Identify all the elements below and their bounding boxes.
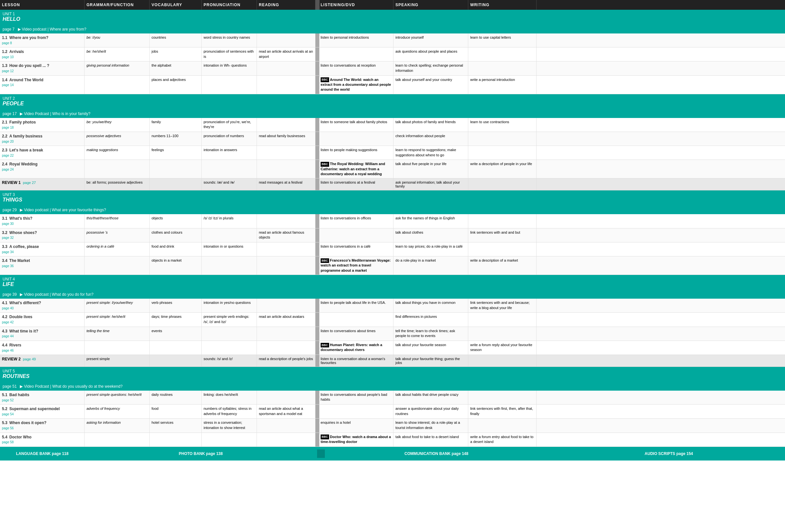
review-writing-cell xyxy=(468,355,536,367)
listening-cell: BBCFrancesco's Mediterranean Voyage: wat… xyxy=(319,257,394,275)
lesson-page: page 8 xyxy=(2,41,12,45)
lesson-page: page 32 xyxy=(2,236,14,240)
lesson-row-54: 5.4 Doctor Who page 58 BBCDoctor Who: wa… xyxy=(0,433,785,447)
lesson-page: page 12 xyxy=(2,69,14,73)
grammar-cell: present simple: I/you/we/they xyxy=(84,299,150,312)
unit-header-unit5: UNIT 5 ROUTINES page 51 ▶ Video Podcast … xyxy=(0,367,785,391)
bbc-badge: BBC xyxy=(321,343,329,348)
lesson-page: page 56 xyxy=(2,426,14,430)
review-reading-cell: read messages at a festival xyxy=(257,179,315,190)
lesson-page: page 18 xyxy=(2,126,14,129)
lesson-title: Around The World xyxy=(9,78,43,82)
vocabulary-cell: clothes and colours xyxy=(150,229,202,242)
unit-page: page 29 ▶ Video podcast | What are your … xyxy=(3,208,782,212)
pronunciation-cell xyxy=(202,257,257,275)
review-row-unit4: REVIEW 2 page 49 present simple sounds: … xyxy=(0,355,785,367)
table-body: UNIT 1 HELLO page 7 ▶ Video podcast | Wh… xyxy=(0,10,785,447)
grammar-cell: ordering in a café xyxy=(84,242,150,256)
lesson-page: page 44 xyxy=(2,335,14,338)
unit-label: UNIT 2 xyxy=(3,96,782,101)
lesson-cell: 2.1 Family photos page 18 xyxy=(0,118,84,132)
lesson-cell: 4.2 Double lives page 42 xyxy=(0,313,84,326)
writing-cell xyxy=(468,419,536,432)
reading-cell xyxy=(257,299,315,312)
lesson-title: What time is it? xyxy=(9,329,39,334)
lesson-row-42: 4.2 Double lives page 42 present simple:… xyxy=(0,313,785,327)
reading-cell xyxy=(257,327,315,341)
speaking-cell: ask questions about people and places xyxy=(394,48,468,61)
grammar-cell: possessive 's xyxy=(84,229,150,242)
speaking-cell: learn to respond to suggestions; make su… xyxy=(394,146,468,160)
header-grammar: GRAMMAR/FUNCTION xyxy=(84,0,150,10)
lesson-page: page 40 xyxy=(2,307,14,310)
speaking-cell: learn to check spelling; exchange person… xyxy=(394,61,468,75)
lesson-page: page 34 xyxy=(2,250,14,254)
lesson-page: page 46 xyxy=(2,349,14,352)
writing-cell xyxy=(468,242,536,256)
writing-cell: write a forum entry about food to take t… xyxy=(468,433,536,447)
review-vocab-cell xyxy=(150,355,202,367)
speaking-cell: answer a questionnaire about your daily … xyxy=(394,405,468,418)
lesson-cell: 2.3 Let's have a break page 22 xyxy=(0,146,84,160)
lesson-row-41: 4.1 What's different? page 40 present si… xyxy=(0,299,785,313)
pronunciation-cell: intonation in or questions xyxy=(202,242,257,256)
review-pronunciation-cell: sounds: /æ/ and /ə/ xyxy=(202,179,257,190)
bbc-badge: BBC xyxy=(321,258,329,263)
pronunciation-cell: intonation in answers xyxy=(202,146,257,160)
unit-name: THINGS xyxy=(3,197,782,203)
reading-cell xyxy=(257,257,315,275)
lesson-cell: 4.4 Rivers page 46 xyxy=(0,341,84,354)
speaking-cell: talk about photos of family and friends xyxy=(394,118,468,132)
header-writing: WRITING xyxy=(468,0,536,10)
lesson-number: 2.4 xyxy=(2,162,7,166)
reading-cell: read about family businesses xyxy=(257,132,315,145)
grammar-cell: adverbs of frequency xyxy=(84,405,150,418)
lesson-title: Arrivals xyxy=(9,49,24,54)
speaking-cell: talk about food to take to a desert isla… xyxy=(394,433,468,447)
lesson-number: 2.2 xyxy=(2,134,7,138)
unit-label: UNIT 4 xyxy=(3,277,782,282)
review-page: page 27 xyxy=(23,181,36,185)
speaking-cell: ask for the names of things in English xyxy=(394,214,468,228)
grammar-cell: be: I/you xyxy=(84,33,150,47)
review-listening-cell: listen to a conversation about a woman's… xyxy=(319,355,394,367)
lesson-title: Whose shoes? xyxy=(9,231,37,235)
lesson-title: What's different? xyxy=(9,301,41,305)
footer-item-3: COMMUNICATION BANK page 148 xyxy=(320,449,553,458)
listening-cell: listen to personal introductions xyxy=(319,33,394,47)
reading-cell xyxy=(257,160,315,178)
lesson-cell: 5.4 Doctor Who page 58 xyxy=(0,433,84,447)
lesson-title: Where are you from? xyxy=(9,35,48,40)
vocabulary-cell: countries xyxy=(150,33,202,47)
pronunciation-cell xyxy=(202,341,257,354)
lesson-cell: 5.1 Bad habits page 52 xyxy=(0,391,84,404)
lesson-row-43: 4.3 What time is it? page 44 telling the… xyxy=(0,327,785,341)
speaking-cell: tell the time; learn to check times; ask… xyxy=(394,327,468,341)
review-grammar-cell: present simple xyxy=(84,355,150,367)
grammar-cell: be: he/she/it xyxy=(84,48,150,61)
review-label: REVIEW 2 xyxy=(2,357,21,362)
review-speaking-cell: ask personal information; talk about you… xyxy=(394,179,468,190)
pronunciation-cell: intonation in Wh- questions xyxy=(202,61,257,75)
vocabulary-cell: family xyxy=(150,118,202,132)
pronunciation-cell: pronunciation of numbers xyxy=(202,132,257,145)
listening-cell: enquiries in a hotel xyxy=(319,419,394,432)
writing-cell: link sentences with and and because; wri… xyxy=(468,299,536,312)
vocabulary-cell xyxy=(150,433,202,447)
writing-cell xyxy=(468,327,536,341)
lesson-cell: 3.2 Whose shoes? page 32 xyxy=(0,229,84,242)
writing-cell: learn to use contractions xyxy=(468,118,536,132)
review-page: page 49 xyxy=(23,357,36,361)
writing-cell xyxy=(468,391,536,404)
lesson-number: 3.2 xyxy=(2,231,7,235)
lesson-title: Rivers xyxy=(9,343,22,347)
speaking-cell: learn to say prices; do a role-play in a… xyxy=(394,242,468,256)
header-listening: LISTENING/DVD xyxy=(319,0,394,10)
speaking-cell: introduce yourself xyxy=(394,33,468,47)
header-reading: READING xyxy=(257,0,315,10)
lesson-number: 5.3 xyxy=(2,421,7,425)
listening-cell xyxy=(319,132,394,145)
footer: LANGUAGE BANK page 118 PHOTO BANK page 1… xyxy=(0,447,785,460)
unit-header-unit4: UNIT 4 LIFE page 39 ▶ Video podcast | Wh… xyxy=(0,275,785,299)
lesson-row-24: 2.4 Royal Wedding page 24 BBCThe Royal W… xyxy=(0,160,785,179)
